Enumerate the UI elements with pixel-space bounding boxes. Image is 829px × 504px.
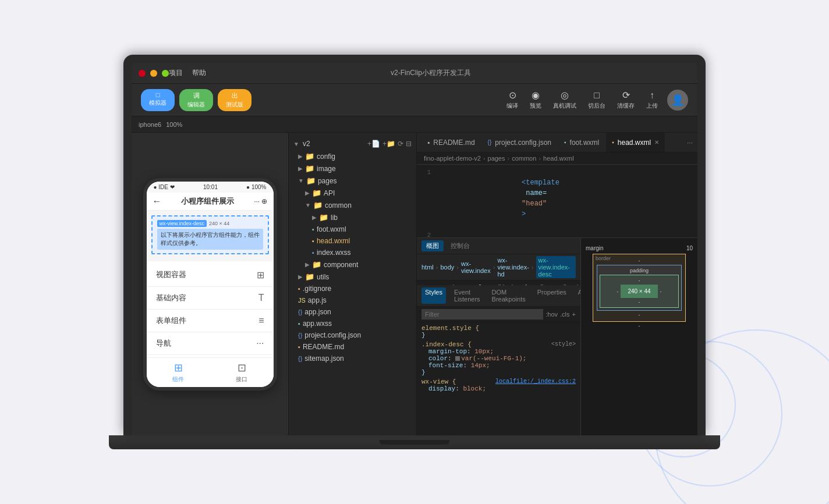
tree-item-utils[interactable]: ▶ 📁 utils [289,271,416,283]
styles-tab-dom[interactable]: DOM Breakpoints [488,288,529,304]
styles-tab-styles[interactable]: Styles [421,288,446,304]
maximize-button[interactable] [162,70,169,77]
styles-tab-event[interactable]: Event Listeners [451,288,484,304]
folder-icon-config: 📁 [305,152,314,161]
refresh-icon[interactable]: ⟳ [398,140,403,148]
tree-item-index-wxss[interactable]: ▪ index.wxss [289,247,416,258]
tab-close-head-wxml[interactable]: ✕ [654,139,659,145]
action-background[interactable]: □ 切后台 [588,90,605,110]
tab-readme[interactable]: ▪ README.md [421,133,481,152]
bottom-tab-overview[interactable]: 概图 [421,240,444,251]
tab-editor[interactable]: 调 编辑器 [179,89,213,111]
phone-title: 小程序组件展示 [181,196,234,207]
html-path-html[interactable]: html [421,264,434,271]
bottom-nav-api[interactable]: ⊡ 接口 [210,358,274,387]
action-device-debug[interactable]: ◎ 真机调试 [553,90,576,110]
margin-label: margin [586,245,604,251]
tree-item-component[interactable]: ▶ 📁 component [289,258,416,271]
file-icon-index-wxss: ▪ [312,249,314,256]
tree-label-common: common [325,201,352,210]
html-path-body[interactable]: body [440,264,454,271]
folder-icon-pages: 📁 [306,176,316,185]
phone-battery: ● 100% [246,184,266,190]
tree-item-app-wxss[interactable]: ▪ app.wxss [289,318,416,329]
code-lines: 1 <template name= "head" > 2 [417,165,697,237]
filter-input[interactable] [421,309,543,320]
style-rule-index-desc-close: } [421,369,576,376]
collapse-icon[interactable]: ⊟ [406,140,412,148]
tree-item-sitemap[interactable]: {} sitemap.json [289,353,416,364]
tree-label-lib: lib [331,214,338,222]
breadcrumb: fino-applet-demo-v2 › pages › common › h… [417,152,697,165]
tree-item-head-wxml[interactable]: ▪ head.wxml [289,235,416,247]
tab-test[interactable]: 出 测试版 [218,89,251,111]
tree-label-readme: README.md [303,343,344,351]
tab-label-foot-wxml: foot.wxml [570,139,600,147]
action-clear-cache[interactable]: ⟳ 清缓存 [617,90,635,110]
box-model: margin 10 border - padding [581,238,697,333]
tab-test-icon: 出 [232,91,238,100]
html-path-index-desc[interactable]: wx-view.index-desc [536,256,576,278]
tree-label-utils: utils [317,273,329,281]
tree-item-foot-wxml[interactable]: ▪ foot.wxml [289,223,416,235]
styles-tab-access[interactable]: Accessibility [575,288,581,304]
action-upload[interactable]: ↑ 上传 [646,90,658,110]
file-icon-foot-wxml: ▪ [312,226,314,233]
filter-cls[interactable]: .cls [560,311,570,318]
html-path-index-hd[interactable]: wx-view.index-hd [497,257,529,278]
bottom-tab-console[interactable]: 控制台 [446,240,474,251]
new-folder-icon[interactable]: +📁 [382,140,395,148]
tree-item-api[interactable]: ▶ 📁 API [289,187,416,199]
compile-label: 编译 [506,102,518,110]
filter-hover[interactable]: :hov [545,311,558,318]
tab-icon-readme: ▪ [427,139,430,147]
close-button[interactable] [139,70,146,77]
html-path-index[interactable]: wx-view.index [461,260,491,274]
tree-label-image: image [317,165,336,173]
editor-area: ▪ README.md {} project.config.json ▪ foo… [417,133,697,435]
style-prop-font-size: font-size: 14px; [428,362,576,369]
window-controls [139,70,169,77]
screen-inner: 项目 帮助 v2-FinClip小程序开发工具 □ 模拟器 [132,63,697,435]
minimize-button[interactable] [150,70,157,77]
action-preview[interactable]: ◉ 预览 [530,90,541,110]
user-avatar[interactable]: 👤 [667,90,688,111]
bottom-panel: 概图 控制台 html › [417,237,697,435]
nav-item-label-form: 表单组件 [156,315,186,326]
filter-add[interactable]: + [572,311,576,318]
tree-item-readme[interactable]: ▪ README.md [289,341,416,353]
action-compile[interactable]: ⊙ 编译 [506,90,518,110]
phone-title-bar: ← 小程序组件展示 ··· ⊕ [147,193,274,211]
tree-item-project-config[interactable]: {} project.config.json [289,329,416,341]
tree-item-app-js[interactable]: JS app.js [289,294,416,306]
phone-nav-items: 视图容器 ⊞ 基础内容 T 表单组件 ≡ [147,261,274,357]
style-prop-display: display: block; [428,385,576,392]
tab-icon-foot-wxml: ▪ [564,139,566,145]
tree-item-common[interactable]: ▼ 📁 common [289,199,416,211]
tab-project-config[interactable]: {} project.config.json [482,133,557,152]
styles-tab-props[interactable]: Properties [534,288,570,304]
chevron-common: ▼ [305,202,311,208]
tab-simulator[interactable]: □ 模拟器 [141,89,175,111]
nav-item-icon-container: ⊞ [257,269,264,281]
html-path: html › body › wx-view.index › wx-view.in… [417,254,580,281]
menu-help[interactable]: 帮助 [192,68,206,78]
tab-head-wxml[interactable]: ▪ head.wxml ✕ [606,133,665,152]
tree-item-pages[interactable]: ▼ 📁 pages [289,175,416,187]
device-debug-label: 真机调试 [553,102,576,110]
content-box: 240 × 44 [621,285,657,298]
tree-item-gitignore[interactable]: ▪ .gitignore [289,283,416,294]
tree-item-image[interactable]: ▶ 📁 image [289,162,416,175]
new-file-icon[interactable]: +📄 [367,140,380,148]
style-source-wx-view[interactable]: localfile:/_index.css:2 [495,378,576,385]
tree-item-config[interactable]: ▶ 📁 config [289,150,416,162]
style-rule-element: element.style { } [421,325,576,339]
bottom-nav-component[interactable]: ⊞ 组件 [147,358,210,387]
style-rule-index-desc: .index-desc { <style> margin-top: 10px; … [421,341,576,376]
tree-item-app-json[interactable]: {} app.json [289,306,416,318]
menu-project[interactable]: 项目 [169,68,183,78]
tab-label-head-wxml: head.wxml [618,139,651,147]
tab-foot-wxml[interactable]: ▪ foot.wxml [558,133,605,152]
tree-item-lib[interactable]: ▶ 📁 lib [289,211,416,223]
tab-more[interactable]: ··· [687,139,693,147]
